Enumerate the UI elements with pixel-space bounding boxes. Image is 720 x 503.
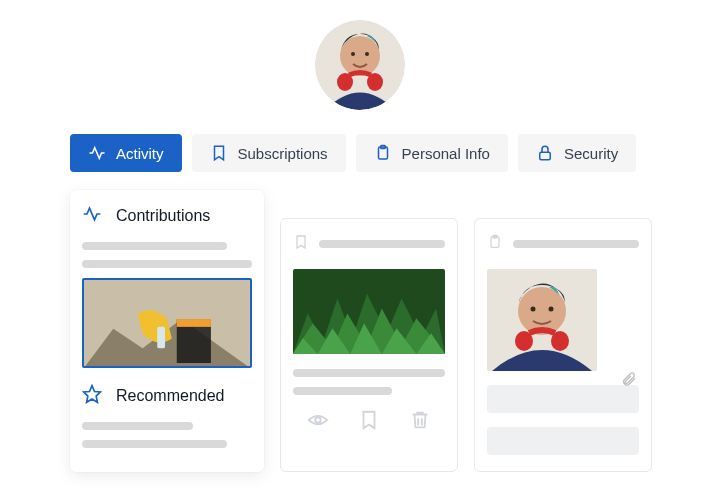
tab-activity-label: Activity [116,145,164,162]
placeholder-line [82,440,227,448]
svg-marker-14 [84,386,101,403]
tab-personal-info[interactable]: Personal Info [356,134,508,172]
profile-avatar[interactable] [315,20,405,110]
tab-subscriptions-label: Subscriptions [238,145,328,162]
placeholder-line [82,242,227,250]
contribution-thumbnail[interactable] [82,278,252,368]
pulse-icon [82,204,102,228]
lock-icon [536,144,554,162]
placeholder-line [293,369,445,377]
tab-bar: Activity Subscriptions Personal Info Sec… [70,134,650,172]
card-image[interactable] [487,269,597,371]
star-icon [82,384,102,408]
recommended-heading[interactable]: Recommended [82,384,252,408]
bookmark-icon [210,144,228,162]
contributions-label: Contributions [116,207,210,225]
tab-security-label: Security [564,145,618,162]
tab-activity[interactable]: Activity [70,134,182,172]
tab-personal-info-label: Personal Info [402,145,490,162]
content-card [280,218,458,472]
svg-point-27 [549,307,554,312]
svg-point-6 [365,52,369,56]
clipboard-icon [487,233,503,255]
placeholder-line [513,240,639,248]
svg-rect-13 [157,327,165,348]
attachment-icon[interactable] [621,369,637,393]
svg-rect-12 [177,319,211,327]
view-icon[interactable] [307,409,329,435]
placeholder-line [293,387,392,395]
svg-point-26 [531,307,536,312]
svg-rect-9 [540,152,551,160]
svg-point-5 [351,52,355,56]
placeholder-line [82,422,193,430]
placeholder-line [82,260,252,268]
side-panel: Contributions Recommended [70,190,264,472]
card-image[interactable] [293,269,445,355]
bookmark-icon [293,233,309,255]
placeholder-button [487,427,639,455]
pulse-icon [88,144,106,162]
svg-point-19 [316,417,322,423]
placeholder-line [319,240,445,248]
content-card [474,218,652,472]
bookmark-icon[interactable] [358,409,380,435]
tab-subscriptions[interactable]: Subscriptions [192,134,346,172]
tab-security[interactable]: Security [518,134,636,172]
recommended-label: Recommended [116,387,225,405]
placeholder-button [487,385,639,413]
contributions-heading[interactable]: Contributions [82,204,252,228]
trash-icon[interactable] [409,409,431,435]
clipboard-icon [374,144,392,162]
